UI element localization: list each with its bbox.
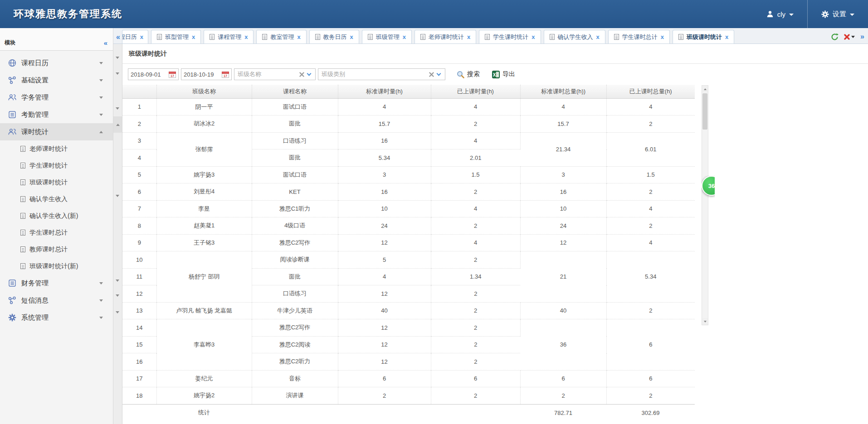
vertical-scrollbar[interactable] xyxy=(702,85,708,325)
splitter-gutter[interactable] xyxy=(113,44,122,424)
tab-close-icon[interactable]: x xyxy=(725,34,728,40)
tabs-overflow-icon[interactable]: » xyxy=(860,33,864,41)
class-name-combo[interactable]: 班级名称 xyxy=(234,68,316,80)
tab-5[interactable]: 班级管理x xyxy=(362,30,412,43)
floating-badge[interactable]: 36 xyxy=(702,176,715,196)
chevron-down-icon[interactable] xyxy=(307,72,312,76)
class-type-combo[interactable]: 班级类别 xyxy=(318,68,445,80)
clear-icon[interactable] xyxy=(299,72,304,77)
column-header[interactable]: 标准课时总量(h)) xyxy=(520,85,606,98)
cell-taken-hours: 2 xyxy=(431,353,520,371)
tab-0[interactable]: 课程日历x xyxy=(122,30,148,43)
sidebar-item-label: 考勤管理 xyxy=(21,111,49,119)
export-button[interactable]: X 导出 xyxy=(489,70,518,78)
tab-9[interactable]: 学生课时总计x xyxy=(608,30,670,43)
table-row[interactable]: 1阴一平面试口语4444 xyxy=(122,98,695,116)
sidebar-item-5[interactable]: 财务管理 xyxy=(0,275,113,292)
tab-close-icon[interactable]: x xyxy=(244,34,248,40)
sidebar-item-3[interactable]: 考勤管理 xyxy=(0,106,113,123)
tab-close-icon[interactable]: x xyxy=(661,34,664,40)
sidebar-subitem-4-0[interactable]: 老师课时统计 xyxy=(0,140,113,157)
chevron-icon xyxy=(99,282,103,284)
tabs-scroll-left-icon[interactable]: « xyxy=(115,33,122,43)
sidebar-item-7[interactable]: 系统管理 xyxy=(0,309,113,326)
tab-1[interactable]: 班型管理x xyxy=(151,30,201,43)
chevron-down-icon xyxy=(850,14,854,16)
document-icon xyxy=(210,34,215,40)
class-hours-table: 班级名称课程名称标准课时量(h)已上课时量(h)标准课时总量(h))已上课时总量… xyxy=(122,85,695,421)
table-row[interactable]: 17姜纪元音标6666 xyxy=(122,370,695,387)
tab-close-icon[interactable]: x xyxy=(467,34,470,40)
gutter-caret-icon xyxy=(116,279,119,282)
table-row[interactable]: 5姚宇扬3面试口语31.531.5 xyxy=(122,166,695,183)
tab-10[interactable]: 班级课时统计x xyxy=(673,30,734,43)
chevron-down-icon[interactable] xyxy=(437,72,441,76)
tab-6[interactable]: 老师课时统计x xyxy=(414,30,476,43)
column-header[interactable]: 标准课时量(h) xyxy=(338,85,431,98)
sidebar-item-6[interactable]: 短信消息 xyxy=(0,292,113,309)
sidebar-item-label: 学务管理 xyxy=(21,93,49,102)
sidebar-subitem-4-3[interactable]: 确认学生收入 xyxy=(0,191,113,207)
table-row[interactable]: 9王子铭3雅思C2写作124124 xyxy=(122,234,695,251)
table-row[interactable]: 13卢羽凡 雒飞扬 龙嘉懿牛津少儿英语402402 xyxy=(122,302,695,319)
tab-close-icon[interactable]: x xyxy=(140,34,143,40)
column-header[interactable]: 班级名称 xyxy=(156,85,252,98)
scroll-down-icon[interactable] xyxy=(702,318,708,325)
clear-icon[interactable] xyxy=(429,72,434,77)
cell-course-name: 面批 xyxy=(252,116,338,133)
column-header[interactable]: 已上课时量(h) xyxy=(431,85,520,98)
cell-row-number: 11 xyxy=(122,268,156,285)
tab-8[interactable]: 确认学生收入x xyxy=(544,30,605,43)
column-header[interactable]: 已上课时总量(h) xyxy=(606,85,695,98)
sidebar-item-1[interactable]: 基础设置 xyxy=(0,72,113,89)
sidebar-subitem-label: 学生课时统计 xyxy=(29,162,68,170)
sidebar-item-2[interactable]: 学务管理 xyxy=(0,89,113,106)
cell-row-number: 3 xyxy=(122,132,156,149)
cell-course-name: 口语练习 xyxy=(252,132,338,149)
tab-close-icon[interactable]: x xyxy=(403,34,406,40)
cell-class-name: 张郁霈 xyxy=(156,132,252,166)
column-header[interactable]: 课程名称 xyxy=(252,85,338,98)
tab-7[interactable]: 学生课时统计x xyxy=(479,30,541,43)
tab-close-icon[interactable]: x xyxy=(350,34,353,40)
table-row[interactable]: 7李昱雅思C1听力104104 xyxy=(122,200,695,217)
sidebar-subitem-4-6[interactable]: 教师课时总计 xyxy=(0,241,113,258)
start-date-field[interactable]: 2018-09-01 17 xyxy=(128,68,179,80)
sidebar-item-0[interactable]: 课程日历 xyxy=(0,54,113,72)
table-row[interactable]: 2胡冰冰2面批15.7215.72 xyxy=(122,116,695,133)
calendar-icon[interactable]: 17 xyxy=(169,71,176,78)
tab-2[interactable]: 课程管理x xyxy=(204,30,254,43)
document-icon xyxy=(368,34,373,40)
sidebar-subitem-4-4[interactable]: 确认学生收入(新) xyxy=(0,207,113,224)
gutter-expand-icon[interactable] xyxy=(113,116,122,133)
table-row[interactable]: 14李嘉晔3雅思C2写作122366 xyxy=(122,319,695,337)
search-button[interactable]: 搜索 xyxy=(454,70,483,78)
tab-close-icon[interactable]: x xyxy=(297,34,300,40)
sidebar-subitem-4-2[interactable]: 班级课时统计 xyxy=(0,174,113,191)
tab-3[interactable]: 教室管理x xyxy=(256,30,306,43)
sidebar-subitem-4-5[interactable]: 学生课时总计 xyxy=(0,224,113,241)
close-all-button[interactable] xyxy=(844,34,855,40)
table-row[interactable]: 10杨舒宁 邵玥阅读诊断课52215.34 xyxy=(122,251,695,269)
cell-class-name: 赵美凝1 xyxy=(156,217,252,235)
table-row[interactable]: 18姚宇扬2演讲课2222 xyxy=(122,387,695,405)
column-header[interactable] xyxy=(122,85,156,98)
tab-4[interactable]: 教务日历x xyxy=(309,30,359,43)
end-date-field[interactable]: 2018-10-19 17 xyxy=(181,68,232,80)
calendar-icon[interactable]: 17 xyxy=(222,71,229,78)
tab-close-icon[interactable]: x xyxy=(532,34,535,40)
settings-menu[interactable]: 设置 xyxy=(808,0,868,28)
scroll-up-icon[interactable] xyxy=(702,86,708,92)
sidebar-subitem-4-7[interactable]: 班级课时统计(新) xyxy=(0,258,113,275)
table-row[interactable]: 6刘昱彤4KET162162 xyxy=(122,183,695,201)
tab-close-icon[interactable]: x xyxy=(192,34,195,40)
tab-close-icon[interactable]: x xyxy=(596,34,600,40)
table-row[interactable]: 8赵美凝14级口语242242 xyxy=(122,217,695,235)
scrollbar-thumb[interactable] xyxy=(702,93,707,130)
sidebar-collapse-icon[interactable]: « xyxy=(104,39,107,47)
refresh-icon[interactable] xyxy=(831,33,839,41)
user-menu[interactable]: cly xyxy=(753,0,807,28)
table-row[interactable]: 3张郁霈口语练习16421.346.01 xyxy=(122,132,695,149)
sidebar-subitem-4-1[interactable]: 学生课时统计 xyxy=(0,157,113,174)
sidebar-item-4[interactable]: 课时统计 xyxy=(0,123,113,140)
